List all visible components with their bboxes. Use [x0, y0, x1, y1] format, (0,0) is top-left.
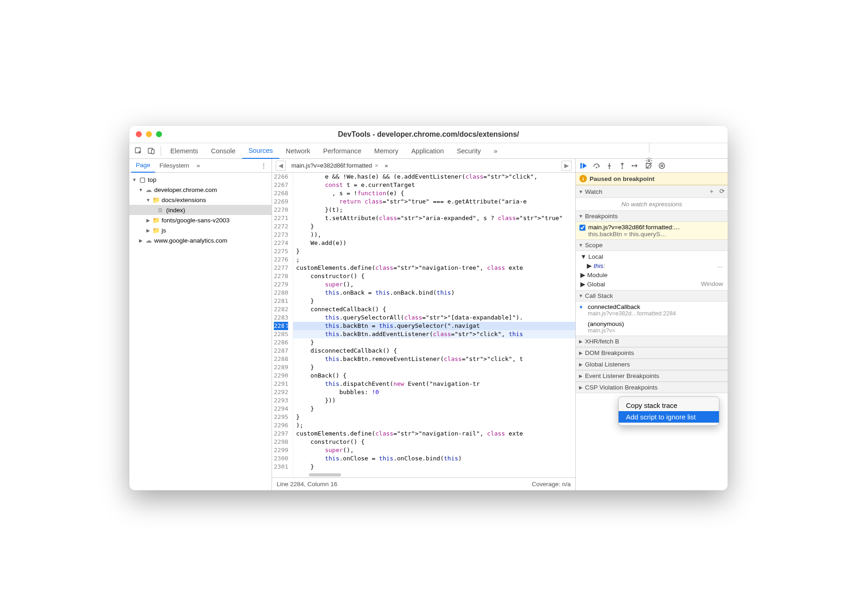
- csp-bp-header[interactable]: ▶CSP Violation Breakpoints: [576, 382, 728, 393]
- tab-security[interactable]: Security: [450, 143, 487, 159]
- close-window-icon[interactable]: [136, 131, 142, 137]
- panel-tabs: Elements Console Sources Network Perform…: [164, 143, 573, 159]
- svg-rect-2: [151, 150, 154, 154]
- refresh-watch-icon[interactable]: ⟳: [719, 187, 725, 196]
- callstack-frame[interactable]: (anonymous) main.js?v=: [576, 319, 728, 336]
- svg-point-8: [622, 167, 623, 169]
- step-out-icon[interactable]: [616, 160, 628, 172]
- tab-console[interactable]: Console: [204, 143, 242, 159]
- menu-add-ignore-list[interactable]: Add script to ignore list: [619, 411, 719, 423]
- navigator-tab-page[interactable]: Page: [131, 159, 155, 173]
- more-navigator-tabs-icon[interactable]: »: [194, 162, 203, 169]
- more-tabs-icon[interactable]: »: [487, 143, 504, 159]
- inspect-icon[interactable]: [132, 145, 145, 157]
- debugger-toolbar: [576, 159, 728, 173]
- main-toolbar: Elements Console Sources Network Perform…: [129, 143, 728, 159]
- titlebar: DevTools - developer.chrome.com/docs/ext…: [129, 126, 728, 143]
- editor-panel: ◀ main.js?v=e382d86f:formatted × » ▶ 226…: [272, 159, 576, 490]
- device-toggle-icon[interactable]: [145, 145, 158, 157]
- tab-network[interactable]: Network: [279, 143, 317, 159]
- paused-banner: i Paused on breakpoint: [576, 173, 728, 185]
- scope-local[interactable]: ▼ Local: [576, 252, 728, 261]
- minimize-window-icon[interactable]: [146, 131, 152, 137]
- code-editor[interactable]: 2266226722682269227022712272227322742275…: [272, 173, 575, 477]
- coverage-status: Coverage: n/a: [532, 481, 571, 488]
- window-title: DevTools - developer.chrome.com/docs/ext…: [136, 130, 721, 139]
- cursor-position: Line 2284, Column 16: [277, 481, 337, 488]
- tab-elements[interactable]: Elements: [164, 143, 204, 159]
- info-icon: i: [579, 175, 587, 182]
- xhr-breakpoints-header[interactable]: ▶XHR/fetch B: [576, 336, 728, 347]
- editor-nav-back-icon[interactable]: ◀: [276, 161, 286, 171]
- file-tree: ▼▢top ▼☁developer.chrome.com ▼📁docs/exte…: [129, 173, 272, 490]
- tree-folder[interactable]: ▶📁fonts/google-sans-v2003: [129, 215, 272, 225]
- tab-performance[interactable]: Performance: [317, 143, 368, 159]
- close-tab-icon[interactable]: ×: [375, 162, 378, 169]
- menu-copy-stack-trace[interactable]: Copy stack trace: [619, 400, 719, 411]
- svg-point-9: [632, 165, 633, 166]
- callstack-header[interactable]: ▼Call Stack: [576, 290, 728, 302]
- step-over-icon[interactable]: [591, 160, 602, 172]
- scope-global[interactable]: ▶ GlobalWindow: [576, 279, 728, 289]
- add-watch-icon[interactable]: ＋: [708, 187, 715, 196]
- step-icon[interactable]: [629, 160, 641, 172]
- horizontal-scrollbar[interactable]: [309, 473, 341, 477]
- tab-application[interactable]: Application: [405, 143, 450, 159]
- svg-point-6: [596, 167, 597, 168]
- maximize-window-icon[interactable]: [156, 131, 162, 137]
- watch-empty: No watch expressions: [576, 198, 728, 210]
- svg-point-11: [659, 163, 665, 169]
- tab-memory[interactable]: Memory: [368, 143, 405, 159]
- dom-breakpoints-header[interactable]: ▶DOM Breakpoints: [576, 347, 728, 359]
- editor-statusbar: Line 2284, Column 16 Coverage: n/a: [272, 477, 575, 490]
- tree-domain[interactable]: ▼☁developer.chrome.com: [129, 185, 272, 195]
- scope-header[interactable]: ▼Scope: [576, 239, 728, 251]
- watch-header[interactable]: ▼Watch ＋ ⟳: [576, 185, 728, 198]
- navigator-panel: Page Filesystem » ⋮ ▼▢top ▼☁developer.ch…: [129, 159, 272, 490]
- tab-sources[interactable]: Sources: [242, 143, 279, 159]
- navigator-tab-filesystem[interactable]: Filesystem: [155, 159, 194, 173]
- svg-point-7: [609, 167, 610, 169]
- pause-exceptions-icon[interactable]: [656, 160, 668, 172]
- tree-top[interactable]: ▼▢top: [129, 174, 272, 185]
- callstack-frame-current[interactable]: connectedCallback main.js?v=e382d…format…: [576, 302, 728, 319]
- breakpoint-checkbox[interactable]: [579, 225, 585, 231]
- navigator-menu-icon[interactable]: ⋮: [258, 162, 270, 169]
- scope-module[interactable]: ▶ Module: [576, 270, 728, 279]
- svg-rect-12: [661, 164, 662, 167]
- devtools-window: DevTools - developer.chrome.com/docs/ext…: [129, 126, 728, 490]
- step-into-icon[interactable]: [603, 160, 615, 172]
- tree-domain[interactable]: ▶☁www.google-analytics.com: [129, 235, 272, 245]
- event-listener-bp-header[interactable]: ▶Event Listener Breakpoints: [576, 370, 728, 382]
- resume-icon[interactable]: [578, 160, 590, 172]
- svg-rect-13: [662, 164, 663, 167]
- breakpoints-header[interactable]: ▼Breakpoints: [576, 210, 728, 222]
- breakpoint-item[interactable]: main.js?v=e382d86f:formatted:… this.back…: [576, 222, 728, 239]
- tree-file-selected[interactable]: 🗎(index): [129, 205, 272, 215]
- debugger-panel: i Paused on breakpoint ▼Watch ＋ ⟳ No wat…: [576, 159, 728, 490]
- scope-this[interactable]: ▶ this: …: [576, 261, 728, 270]
- more-editor-tabs-icon[interactable]: »: [382, 162, 391, 169]
- window-controls: [136, 131, 162, 137]
- tree-folder[interactable]: ▼📁docs/extensions: [129, 195, 272, 205]
- deactivate-breakpoints-icon[interactable]: [643, 160, 655, 172]
- context-menu: Copy stack trace Add script to ignore li…: [618, 396, 719, 426]
- tree-folder[interactable]: ▶📁js: [129, 225, 272, 235]
- editor-tab[interactable]: main.js?v=e382d86f:formatted ×: [288, 159, 382, 173]
- svg-rect-5: [580, 163, 582, 169]
- global-listeners-header[interactable]: ▶Global Listeners: [576, 359, 728, 370]
- editor-nav-fwd-icon[interactable]: ▶: [562, 161, 572, 171]
